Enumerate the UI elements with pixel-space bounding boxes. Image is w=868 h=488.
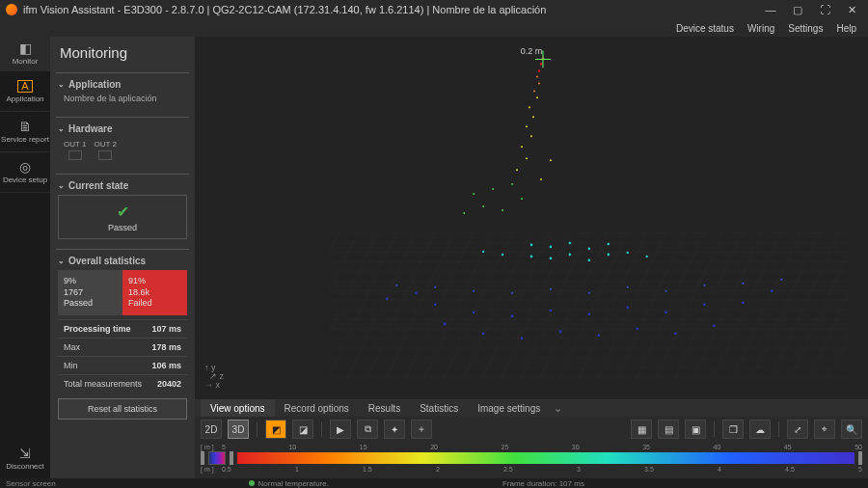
cube-icon[interactable]: ❒: [722, 420, 744, 439]
view-tabs: View options Record options Results Stat…: [195, 399, 868, 417]
svg-point-64: [538, 82, 540, 84]
play-button[interactable]: ▶: [330, 420, 351, 439]
check-icon: ✔: [117, 203, 129, 221]
svg-point-37: [530, 244, 533, 247]
cb-thumb-right-handle[interactable]: [230, 451, 233, 465]
chevron-down-icon: ⌄: [58, 181, 65, 190]
fullscreen-button[interactable]: ⛶: [814, 1, 835, 18]
table-row: Total measurements 20402: [58, 374, 187, 393]
stats-passed: 9% 1767 Passed: [58, 270, 122, 315]
svg-point-39: [569, 242, 572, 245]
menu-bar: Device status Wiring Settings Help: [0, 19, 868, 37]
svg-point-44: [627, 252, 629, 254]
cb-right-handle[interactable]: [858, 451, 862, 465]
camera-icon: ◎: [19, 160, 31, 174]
maximize-button[interactable]: ▢: [787, 1, 808, 18]
chevron-down-icon: ⌄: [58, 257, 65, 265]
3d-viewport[interactable]: 0.2 m: [195, 37, 868, 399]
svg-point-34: [569, 254, 572, 257]
tab-expand-icon[interactable]: ⌄: [554, 402, 562, 415]
tab-results[interactable]: Results: [359, 399, 410, 417]
view-presets-alt-button[interactable]: ◪: [292, 420, 313, 439]
menu-device-status[interactable]: Device status: [676, 23, 734, 34]
tab-view-options[interactable]: View options: [201, 399, 275, 417]
grid-sparse-icon[interactable]: ▤: [658, 420, 679, 439]
svg-point-19: [415, 292, 417, 294]
svg-point-36: [607, 254, 610, 257]
section-header-current-state[interactable]: ⌄ Current state: [58, 180, 187, 191]
toolbar: 2D 3D ◩ ◪ ▶ ⧉ ✦ ＋ ▦ ▤ ▣ ❒ ☁ ⤢ ⌖ 🔍: [195, 417, 868, 442]
stats-summary: 9% 1767 Passed 91% 18.6k Failed: [58, 270, 187, 315]
svg-point-22: [434, 286, 436, 288]
status-bar: Sensor screen Normal temperature. Frame …: [0, 478, 868, 488]
status-frame: Frame duration: 107 ms: [502, 479, 584, 488]
nav-label: Application: [6, 95, 43, 103]
reset-statistics-button[interactable]: Reset all statistics: [58, 398, 187, 420]
svg-point-32: [530, 256, 533, 258]
svg-point-60: [536, 96, 538, 98]
cb-thumbnail[interactable]: [208, 451, 226, 465]
nav-label: Disconnect: [6, 462, 44, 471]
svg-point-12: [550, 310, 552, 312]
svg-point-54: [526, 157, 528, 159]
zoom-fit-icon[interactable]: ⌖: [814, 420, 835, 439]
svg-point-17: [742, 302, 744, 304]
out2-indicator: [98, 150, 112, 160]
svg-point-63: [533, 90, 535, 92]
close-button[interactable]: ✕: [841, 1, 862, 18]
menu-help[interactable]: Help: [836, 23, 856, 34]
section-header-application[interactable]: ⌄ Application: [58, 79, 187, 90]
out1-indicator: [68, 150, 82, 160]
svg-point-13: [588, 313, 590, 315]
svg-point-5: [598, 334, 600, 336]
svg-rect-0: [330, 228, 849, 382]
hw-out-2: OUT 2: [94, 140, 116, 160]
add-button[interactable]: ＋: [411, 420, 432, 439]
svg-point-6: [636, 327, 637, 329]
svg-point-27: [627, 286, 629, 288]
minimize-button[interactable]: —: [760, 1, 781, 18]
svg-point-55: [521, 146, 523, 148]
nav-service-report[interactable]: 🗎 Service report: [0, 112, 50, 152]
monitor-icon: ◧: [19, 41, 32, 55]
nav-device-setup[interactable]: ◎ Device setup: [0, 152, 50, 193]
cb-left-handle[interactable]: [201, 451, 204, 465]
menu-wiring[interactable]: Wiring: [747, 23, 774, 34]
ruler-top-ticks: 5101520253035404550: [222, 444, 862, 450]
monitoring-sidebar: Monitoring ⌄ Application Nombre de la ap…: [50, 37, 195, 478]
view-presets-button[interactable]: ◩: [265, 420, 286, 439]
svg-point-57: [526, 125, 528, 127]
mode-2d-button[interactable]: 2D: [201, 420, 222, 439]
svg-point-23: [473, 290, 475, 292]
svg-point-2: [482, 332, 484, 334]
table-row: Max 178 ms: [58, 338, 187, 356]
axis-icon[interactable]: ✦: [384, 420, 405, 439]
table-row: Processing time 107 ms: [58, 319, 187, 338]
tab-statistics[interactable]: Statistics: [410, 399, 468, 417]
svg-point-45: [645, 256, 647, 258]
tab-image-settings[interactable]: Image settings: [468, 399, 550, 417]
menu-settings[interactable]: Settings: [788, 23, 823, 34]
application-icon: A: [17, 80, 32, 93]
grid-single-icon[interactable]: ▣: [685, 420, 706, 439]
table-row: Min 106 ms: [58, 356, 187, 374]
nav-monitor[interactable]: ◧ Monitor: [0, 37, 50, 71]
svg-point-4: [559, 330, 561, 332]
svg-point-1: [444, 322, 446, 324]
cloud-icon[interactable]: ☁: [749, 420, 771, 439]
histogram-icon[interactable]: ⧉: [357, 420, 378, 439]
ruler-bot-ticks: 0.511.522.533.544.55: [222, 466, 862, 473]
mode-3d-button[interactable]: 3D: [228, 420, 249, 439]
sidebar-title: Monitoring: [56, 42, 189, 67]
grid-dense-icon[interactable]: ▦: [631, 420, 652, 439]
section-header-statistics[interactable]: ⌄ Overall statistics: [58, 256, 187, 266]
app-logo-icon: [6, 4, 17, 15]
cb-gradient[interactable]: [237, 452, 854, 464]
section-header-hardware[interactable]: ⌄ Hardware: [58, 123, 187, 134]
svg-point-41: [607, 243, 610, 246]
zoom-in-icon[interactable]: 🔍: [841, 420, 862, 439]
zoom-out-icon[interactable]: ⤢: [787, 420, 808, 439]
nav-disconnect[interactable]: ⇲ Disconnect: [0, 438, 50, 478]
tab-record-options[interactable]: Record options: [275, 399, 359, 417]
nav-application[interactable]: A Application: [0, 71, 50, 112]
